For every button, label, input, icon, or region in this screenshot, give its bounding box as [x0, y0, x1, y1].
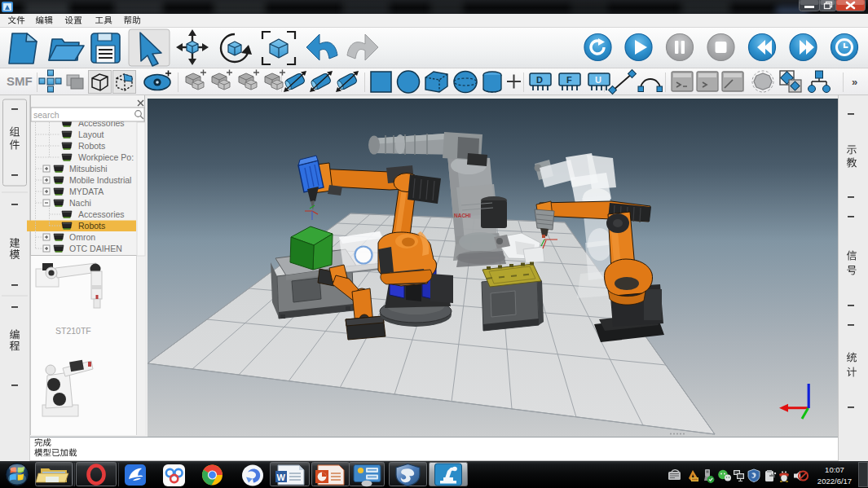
svg-text:NACHI: NACHI [454, 213, 471, 218]
svg-text:10:07: 10:07 [825, 465, 844, 474]
svg-text:Workpiece Po:: Workpiece Po: [78, 152, 134, 162]
svg-text:2022/6/17: 2022/6/17 [817, 477, 852, 486]
svg-text:Robots: Robots [78, 141, 105, 151]
svg-text:U: U [595, 75, 601, 85]
svg-text:OTC DAIHEN: OTC DAIHEN [69, 244, 122, 253]
svg-text:SMF: SMF [7, 74, 33, 88]
svg-text:Layout: Layout [78, 130, 104, 139]
svg-text:MYDATA: MYDATA [69, 187, 104, 196]
svg-text:Accessories: Accessories [78, 209, 125, 219]
svg-text:F: F [566, 75, 572, 85]
svg-text:W: W [277, 473, 286, 482]
svg-text:»: » [852, 76, 857, 88]
svg-text:D: D [536, 75, 543, 85]
svg-text:Mobile Industrial: Mobile Industrial [69, 175, 131, 185]
svg-text:Nachi: Nachi [69, 198, 91, 208]
svg-text:Mitsubishi: Mitsubishi [69, 164, 108, 174]
svg-text:Omron: Omron [69, 232, 95, 242]
svg-text:Robots: Robots [78, 221, 105, 231]
svg-text:ST210TF: ST210TF [55, 326, 91, 336]
svg-text:search: search [33, 110, 59, 120]
